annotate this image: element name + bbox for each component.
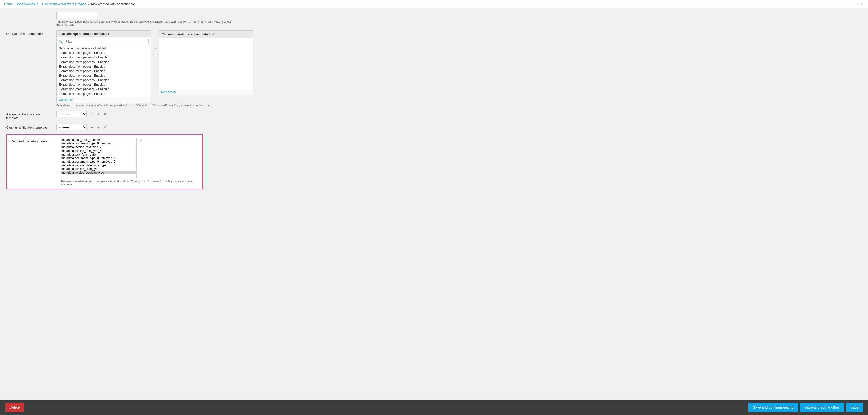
- metadata-row: Required metadata types metadata.task_fo…: [10, 138, 198, 186]
- save-button[interactable]: Save: [846, 403, 863, 412]
- settings-icon: ⚙: [861, 2, 864, 6]
- operations-container: Available operations on completed 🔍 Sets…: [57, 30, 253, 103]
- breadcrumb-current: Task created with operation v2: [91, 2, 135, 6]
- closing-row: Closing notification template --------- …: [6, 124, 862, 130]
- list-item[interactable]: Extract document pages - Enabled: [57, 83, 151, 87]
- assignment-row: Assignment notificationtemplate --------…: [6, 111, 862, 120]
- list-item[interactable]: metadata.document_type_0_removed_2: [61, 160, 136, 163]
- list-item[interactable]: metadata.invoice_text_type_2: [61, 146, 136, 149]
- list-item[interactable]: metadata.invoice_text_type_6: [61, 149, 136, 153]
- assignment-field: --------- → + ✕: [57, 111, 862, 117]
- breadcrumb-workflowtasks[interactable]: Workflowtasks: [17, 2, 38, 6]
- operations-field: Available operations on completed 🔍 Sets…: [57, 30, 862, 107]
- choose-all-link[interactable]: Choose all: [59, 98, 73, 102]
- arrow-right-btn[interactable]: →: [152, 45, 157, 51]
- main-content: The list of task types that should be cr…: [0, 8, 868, 400]
- ops-filter-input[interactable]: [64, 39, 149, 44]
- list-item[interactable]: metadata.invoice_boolean_type: [61, 171, 136, 174]
- list-item[interactable]: Extract document pages - Enabled: [57, 69, 151, 73]
- chosen-ops-panel: Chosen operations on completed + Remove …: [159, 30, 253, 95]
- assignment-label-text: Assignment notificationtemplate: [6, 113, 40, 120]
- list-item[interactable]: Extract document pages - Enabled: [57, 64, 151, 69]
- operations-label: Operations on completed: [6, 30, 57, 36]
- footer: Delete Save and continue editing Save an…: [0, 400, 868, 415]
- task-types-input[interactable]: [57, 12, 97, 19]
- closing-field: --------- → + ✕: [57, 124, 862, 130]
- delete-button[interactable]: Delete: [5, 403, 24, 412]
- list-item[interactable]: metadata.document_type_0_removed_0: [61, 142, 136, 145]
- metadata-help: Required metadata types to complete a ta…: [61, 180, 198, 186]
- operations-row: Operations on completed Available operat…: [6, 30, 862, 107]
- breadcrumb-docworkflow[interactable]: Document workflow task types: [42, 2, 87, 6]
- closing-label: Closing notification template: [6, 124, 57, 129]
- list-item[interactable]: Extract document pages - Enabled: [57, 92, 151, 96]
- ops-choose-all-row: Choose all: [57, 97, 151, 103]
- metadata-list[interactable]: metadata.task_form_numbermetadata.docume…: [61, 138, 137, 178]
- breadcrumb-sep-2: ›: [39, 2, 40, 6]
- remove-all-link[interactable]: Remove all: [161, 90, 176, 94]
- closing-add-btn[interactable]: +: [96, 125, 100, 130]
- metadata-label: Required metadata types: [10, 138, 61, 143]
- save-continue-button[interactable]: Save and continue editing: [748, 403, 798, 412]
- metadata-field: metadata.task_form_numbermetadata.docume…: [61, 138, 198, 186]
- list-item[interactable]: metadata.document_type_0_removed_1: [61, 156, 136, 160]
- breadcrumb-icons: ☆ ⚙: [856, 2, 864, 6]
- task-types-field: The list of task types that should be cr…: [57, 12, 862, 26]
- available-ops-panel: Available operations on completed 🔍 Sets…: [57, 30, 151, 103]
- chosen-ops-header: Chosen operations on completed +: [159, 31, 253, 38]
- list-item[interactable]: Extract document pages v2 - Enabled: [57, 78, 151, 83]
- list-item[interactable]: Extract document pages - Enabled: [57, 51, 151, 55]
- breadcrumb-sep-3: ›: [88, 2, 89, 6]
- closing-label-text: Closing notification template: [6, 126, 47, 129]
- available-ops-list: Sets value of a metadata - EnabledExtrac…: [57, 46, 151, 97]
- task-types-label: [6, 12, 57, 13]
- assignment-clear-btn[interactable]: ✕: [102, 112, 107, 117]
- assignment-notification-row: --------- → + ✕: [57, 111, 862, 117]
- closing-notification-row: --------- → + ✕: [57, 124, 862, 130]
- list-item[interactable]: metadata.task_form_date: [61, 153, 136, 156]
- list-item[interactable]: Extract document pages v3 - Enabled: [57, 55, 151, 60]
- chosen-ops-plus-btn[interactable]: +: [212, 32, 214, 37]
- bookmark-icon: ☆: [856, 2, 859, 6]
- list-item[interactable]: metadata.invoice_date_type: [61, 167, 136, 171]
- closing-goto-btn[interactable]: →: [89, 125, 94, 130]
- ops-arrows: → ←: [151, 45, 159, 58]
- assignment-goto-btn[interactable]: →: [89, 112, 94, 117]
- assignment-add-btn[interactable]: +: [96, 112, 100, 117]
- closing-select[interactable]: ---------: [57, 124, 87, 130]
- list-item[interactable]: metadata.invoice_date_time_type: [61, 164, 136, 167]
- ops-remove-all-row: Remove all: [159, 89, 253, 95]
- chosen-ops-header-label: Chosen operations on completed: [162, 33, 210, 36]
- ops-search-row: 🔍: [57, 37, 151, 46]
- list-item[interactable]: Extract document pages v3 - Enabled: [57, 87, 151, 92]
- list-item[interactable]: Extract document pages - Enabled: [57, 73, 151, 78]
- available-ops-header: Available operations on completed: [57, 31, 151, 37]
- arrow-left-btn[interactable]: ←: [152, 52, 157, 58]
- task-types-row: The list of task types that should be cr…: [6, 12, 862, 26]
- breadcrumb: Home › Workflowtasks › Document workflow…: [0, 0, 868, 8]
- assignment-label: Assignment notificationtemplate: [6, 111, 57, 120]
- list-item[interactable]: Extract document pages v2 - Enabled: [57, 60, 151, 64]
- operations-help: Operations to run when this type of task…: [57, 104, 233, 107]
- metadata-controls-row: metadata.task_form_numbermetadata.docume…: [61, 138, 198, 178]
- chosen-ops-list: [159, 38, 253, 89]
- breadcrumb-sep-1: ›: [14, 2, 16, 6]
- assignment-select[interactable]: ---------: [57, 111, 87, 117]
- closing-clear-btn[interactable]: ✕: [102, 125, 107, 130]
- task-types-help: The list of task types that should be cr…: [57, 20, 233, 26]
- breadcrumb-home[interactable]: Home: [4, 2, 13, 6]
- save-add-button[interactable]: Save and add another: [800, 403, 844, 412]
- metadata-section: Required metadata types metadata.task_fo…: [6, 134, 203, 189]
- list-item[interactable]: metadata.task_form_number: [61, 138, 136, 142]
- search-icon: 🔍: [59, 40, 63, 43]
- metadata-plus-btn[interactable]: +: [140, 138, 143, 143]
- list-item[interactable]: Sets value of a metadata - Enabled: [57, 46, 151, 51]
